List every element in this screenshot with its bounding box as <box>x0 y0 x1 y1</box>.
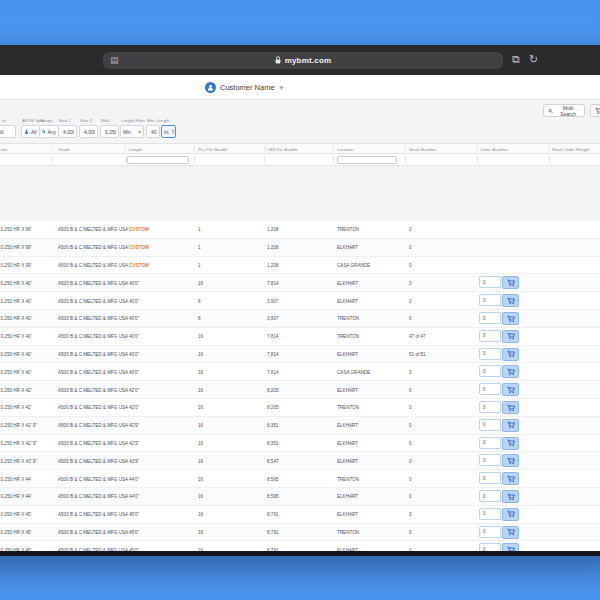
astm-spec-filter-value: All <box>31 129 37 135</box>
cart-icon <box>507 421 515 429</box>
length-filter-value: Min <box>123 129 131 135</box>
order-qty-input[interactable] <box>479 330 501 342</box>
cart-button[interactable]: 0 <box>590 104 600 117</box>
column-header-pcs-per-bundle[interactable]: Pcs Per Bundle <box>198 147 228 152</box>
astm-spec-filter-dropdown[interactable]: All <box>21 125 40 138</box>
order-qty-input[interactable] <box>479 526 501 538</box>
add-to-cart-button[interactable] <box>502 365 519 378</box>
browser-chrome: ▤ mybmt.com ⧉ ↻ <box>0 45 600 75</box>
tab-overview-icon[interactable]: ⧉ <box>512 53 520 66</box>
order-qty-input[interactable] <box>479 348 501 360</box>
cell-stock-bundles: 0 <box>409 440 412 445</box>
size1-input[interactable] <box>61 129 74 135</box>
order-qty-input[interactable] <box>479 383 501 395</box>
order-bundles-control <box>479 490 519 503</box>
add-to-cart-button[interactable] <box>502 330 519 343</box>
order-qty-input[interactable] <box>479 472 501 484</box>
length-filter-select[interactable]: Min ▾ <box>120 125 144 138</box>
order-bundles-control <box>479 348 519 361</box>
add-to-cart-button[interactable] <box>502 401 519 414</box>
column-header-stock-order-weight[interactable]: Stock Order Weight <box>552 147 589 152</box>
stepper-arrows-icon[interactable]: ▲▼ <box>172 129 175 135</box>
order-qty-input[interactable] <box>479 419 501 431</box>
order-qty-input[interactable] <box>479 490 501 502</box>
column-header-stock-bundles[interactable]: Stock Bundles <box>409 147 436 152</box>
reload-icon[interactable]: ↻ <box>529 53 538 66</box>
add-to-cart-button[interactable] <box>502 419 519 432</box>
shapes-icon <box>42 129 45 134</box>
column-header-length[interactable]: Length <box>129 147 142 152</box>
order-qty-input[interactable] <box>479 508 501 520</box>
order-qty-input[interactable] <box>479 365 501 377</box>
customer-menu[interactable]: Customer Name ▼ <box>205 81 285 94</box>
add-to-cart-button[interactable] <box>502 348 519 361</box>
add-to-cart-button[interactable] <box>502 276 519 289</box>
shape-filter-dropdown[interactable]: Any <box>39 125 59 138</box>
order-qty-input[interactable] <box>479 401 501 413</box>
order-bundles-control <box>479 454 519 467</box>
wall-input[interactable] <box>103 129 116 135</box>
cart-icon <box>507 332 515 340</box>
location-column-filter-input[interactable] <box>337 156 397 164</box>
add-to-cart-button[interactable] <box>502 294 519 307</box>
add-to-cart-button[interactable] <box>502 472 519 485</box>
order-bundles-control <box>479 383 519 396</box>
add-to-cart-button[interactable] <box>502 312 519 325</box>
column-separator <box>333 156 334 163</box>
column-separator <box>333 146 334 151</box>
cell-grade: A500 B & C MELTED & MFG USA <box>58 262 128 267</box>
cell-pcs-per-bundle: 16 <box>198 280 203 285</box>
add-to-cart-button[interactable] <box>502 454 519 467</box>
add-to-cart-button[interactable] <box>502 508 519 521</box>
cell-description: 0.250 HR X 40' <box>1 369 32 374</box>
column-header-grade[interactable]: Grade <box>58 147 70 152</box>
add-to-cart-button[interactable] <box>502 490 519 503</box>
cell-pcs-per-bundle: 1 <box>198 262 201 267</box>
cart-icon <box>507 457 515 465</box>
add-to-cart-button[interactable] <box>502 437 519 450</box>
order-qty-input[interactable] <box>479 454 501 466</box>
products-filter-dropdown[interactable]: All <box>0 125 16 138</box>
table-row: 0.250 HR X 45'A500 B & C MELTED & MFG US… <box>0 524 600 542</box>
min-length-input[interactable] <box>149 129 157 135</box>
multi-search-button[interactable]: Multi Search <box>543 104 585 117</box>
column-header-order-bundles[interactable]: Order Bundles <box>480 147 508 152</box>
table-row: 0.250 HR X 40'A500 B & C MELTED & MFG US… <box>0 292 600 310</box>
column-separator <box>264 156 265 163</box>
cell-lbs-per-bundle: 8,791 <box>267 512 279 517</box>
cell-description: 0.250 HR X 42' 9" <box>1 423 37 428</box>
cart-icon <box>507 493 515 501</box>
url-text: mybmt.com <box>285 56 332 65</box>
cell-location: CASA GRANDE <box>337 369 370 374</box>
order-qty-input[interactable] <box>479 312 501 324</box>
cart-icon <box>507 297 515 305</box>
cell-lbs-per-bundle: 8,791 <box>267 529 279 534</box>
column-header-tion[interactable]: tion <box>1 147 8 152</box>
size1-filter-label: Size 1 <box>59 118 71 123</box>
cell-location: ELKHART <box>337 245 358 250</box>
cell-lbs-per-bundle: 8,351 <box>267 440 279 445</box>
min-length-unit-stepper[interactable]: In. ▲▼ <box>161 125 176 138</box>
column-header-location[interactable]: Location <box>337 147 353 152</box>
cell-length: 43'9" <box>129 458 139 463</box>
cell-lbs-per-bundle: 3,907 <box>267 298 279 303</box>
table-row: 0.250 HR X 42' 9"A500 B & C MELTED & MFG… <box>0 417 600 435</box>
length-column-filter-input[interactable] <box>127 156 189 164</box>
order-qty-input[interactable] <box>479 276 501 288</box>
size2-input[interactable] <box>82 129 95 135</box>
cell-lbs-per-bundle: 7,814 <box>267 351 279 356</box>
order-qty-input[interactable] <box>479 294 501 306</box>
chevron-down-icon: ▾ <box>138 128 141 135</box>
add-to-cart-button[interactable] <box>502 383 519 396</box>
wall-filter-label: Wall <box>101 118 109 123</box>
cell-pcs-per-bundle: 8 <box>198 316 201 321</box>
column-header-lbs-per-bundle[interactable]: LBS Per Bundle <box>267 147 298 152</box>
cell-stock-bundles: 0 <box>409 316 412 321</box>
order-bundles-control <box>479 365 519 378</box>
reader-mode-icon[interactable]: ▤ <box>110 55 119 65</box>
cell-description: 0.250 HR X 42' 9" <box>1 440 37 445</box>
add-to-cart-button[interactable] <box>502 526 519 539</box>
cell-description: 0.250 HR X 42' <box>1 405 32 410</box>
url-bar[interactable]: ▤ mybmt.com <box>103 52 503 69</box>
order-qty-input[interactable] <box>479 437 501 449</box>
